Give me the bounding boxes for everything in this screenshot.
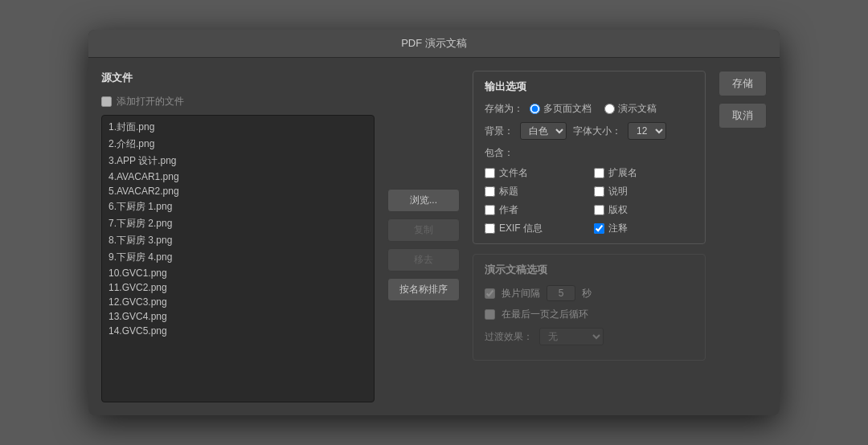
source-files-panel: 源文件 添加打开的文件 1.封面.png2.介绍.png3.APP 设计.png…: [101, 71, 375, 402]
cb_desc-label: 说明: [608, 185, 628, 198]
cb_copyright[interactable]: [594, 205, 604, 215]
add-open-files-row: 添加打开的文件: [101, 95, 375, 108]
list-item[interactable]: 12.GVC3.png: [102, 295, 374, 309]
cb_ext[interactable]: [594, 168, 604, 178]
include-checkbox-item: 文件名: [485, 166, 584, 180]
effect-row: 过渡效果： 无: [485, 328, 694, 345]
list-item[interactable]: 1.封面.png: [102, 119, 374, 136]
cb_filename[interactable]: [485, 168, 495, 178]
include-checkbox-item: 注释: [594, 222, 694, 235]
cb_author[interactable]: [485, 205, 495, 215]
remove-button[interactable]: 移去: [387, 248, 460, 271]
cb_notes[interactable]: [594, 223, 604, 234]
loop-row: 在最后一页之后循环: [485, 308, 694, 321]
transition-row: 换片间隔 秒: [485, 285, 694, 301]
list-item[interactable]: 7.下厨房 2.png: [102, 215, 374, 232]
include-checkbox-item: EXIF 信息: [485, 222, 584, 235]
browse-button[interactable]: 浏览...: [387, 189, 460, 212]
transition-unit: 秒: [582, 287, 592, 300]
cb_filename-label: 文件名: [499, 166, 528, 180]
output-section-title: 输出选项: [485, 80, 694, 94]
cancel-button[interactable]: 取消: [719, 103, 767, 129]
list-item[interactable]: 10.GVC1.png: [102, 266, 374, 280]
list-item[interactable]: 13.GVC4.png: [102, 309, 374, 324]
include-checkbox-item: 标题: [485, 185, 584, 198]
right-main: 输出选项 存储为： 多页面文档 演示文稿: [473, 71, 706, 402]
cb_ext-label: 扩展名: [608, 166, 637, 180]
cb_author-label: 作者: [499, 203, 518, 217]
include-checkbox-item: 说明: [594, 185, 694, 198]
save-button[interactable]: 存储: [719, 71, 767, 96]
save-as-label: 存储为：: [485, 102, 523, 116]
cb_exif-label: EXIF 信息: [499, 222, 542, 235]
save-as-radio-group: 多页面文档 演示文稿: [530, 102, 657, 116]
radio-multi-label: 多页面文档: [543, 102, 592, 116]
save-as-row: 存储为： 多页面文档 演示文稿: [485, 102, 694, 116]
list-item[interactable]: 14.GVC5.png: [102, 324, 374, 338]
effect-select[interactable]: 无: [539, 328, 604, 345]
transition-checkbox[interactable]: [485, 288, 495, 299]
include-checkbox-item: 作者: [485, 203, 584, 217]
sort-button[interactable]: 按名称排序: [387, 278, 460, 301]
transition-input[interactable]: [547, 285, 575, 301]
cb_copyright-label: 版权: [608, 203, 628, 217]
loop-checkbox[interactable]: [485, 309, 495, 320]
source-files-title: 源文件: [101, 71, 375, 85]
list-item[interactable]: 9.下厨房 4.png: [102, 249, 374, 266]
include-checkbox-item: 扩展名: [594, 166, 694, 180]
include-label-row: 包含：: [485, 146, 694, 160]
radio-slideshow[interactable]: [604, 104, 615, 114]
font-size-label: 字体大小：: [573, 125, 621, 138]
include-label: 包含：: [485, 146, 514, 160]
slideshow-options-section: 演示文稿选项 换片间隔 秒 在最后一页之后循环 过渡效果： 无: [473, 254, 706, 361]
cb_title-label: 标题: [499, 185, 518, 198]
list-item[interactable]: 2.介绍.png: [102, 136, 374, 153]
file-list[interactable]: 1.封面.png2.介绍.png3.APP 设计.png4.AVACAR1.pn…: [101, 115, 375, 402]
include-checkboxes: 文件名扩展名标题说明作者版权EXIF 信息注释: [485, 166, 694, 235]
pdf-dialog: PDF 演示文稿 源文件 添加打开的文件 1.封面.png2.介绍.png3.A…: [88, 30, 780, 415]
output-options-section: 输出选项 存储为： 多页面文档 演示文稿: [473, 71, 706, 244]
radio-slideshow-item: 演示文稿: [604, 102, 657, 116]
add-open-files-label: 添加打开的文件: [117, 95, 184, 108]
bg-select[interactable]: 白色: [520, 122, 567, 140]
include-checkbox-item: 版权: [594, 203, 694, 217]
radio-slideshow-label: 演示文稿: [618, 102, 657, 116]
list-item[interactable]: 11.GVC2.png: [102, 280, 374, 295]
radio-multi[interactable]: [530, 104, 540, 114]
list-item[interactable]: 6.下厨房 1.png: [102, 198, 374, 215]
copy-button[interactable]: 复制: [387, 218, 460, 242]
cb_exif[interactable]: [485, 223, 495, 234]
radio-multi-item: 多页面文档: [530, 102, 592, 116]
file-action-buttons: 浏览... 复制 移去 按名称排序: [387, 71, 460, 402]
right-section: 输出选项 存储为： 多页面文档 演示文稿: [473, 71, 767, 402]
cb_title[interactable]: [485, 186, 495, 197]
list-item[interactable]: 3.APP 设计.png: [102, 153, 374, 169]
list-item[interactable]: 5.AVACAR2.png: [102, 184, 374, 198]
list-item[interactable]: 8.下厨房 3.png: [102, 232, 374, 249]
loop-label: 在最后一页之后循环: [502, 308, 588, 321]
font-size-select[interactable]: 12: [628, 122, 666, 140]
dialog-title: PDF 演示文稿: [88, 30, 780, 58]
list-item[interactable]: 4.AVACAR1.png: [102, 169, 374, 184]
cb_notes-label: 注释: [608, 222, 628, 235]
add-open-files-checkbox[interactable]: [101, 96, 112, 107]
background-row: 背景： 白色 字体大小： 12: [485, 122, 694, 140]
effect-label: 过渡效果：: [485, 330, 533, 344]
transition-label: 换片间隔: [502, 287, 540, 300]
cb_desc[interactable]: [594, 186, 604, 197]
bg-label: 背景：: [485, 125, 514, 138]
action-buttons: 存储 取消: [719, 71, 767, 402]
slideshow-section-title: 演示文稿选项: [485, 263, 694, 277]
